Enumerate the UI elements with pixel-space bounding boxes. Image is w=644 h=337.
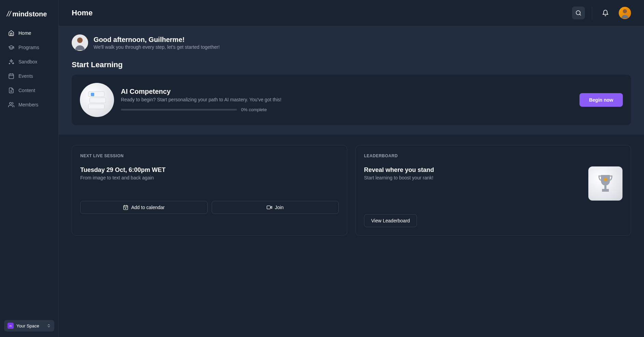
learning-icon [80,83,114,117]
trophy-icon [597,173,614,194]
home-icon [8,30,14,36]
begin-now-button[interactable]: Begin now [579,93,623,107]
sidebar-item-members[interactable]: Members [4,98,54,111]
chevron-updown-icon [47,324,51,328]
svg-point-11 [77,38,83,43]
learning-description: Ready to begin? Start personalizing your… [121,97,573,102]
sidebar-item-sandbox[interactable]: Sandbox [4,55,54,68]
card-subtitle: From image to text and back again [80,175,339,180]
learning-content: AI Competency Ready to begin? Start pers… [121,88,573,112]
leaderboard-card: LEADERBOARD Reveal where you stand Start… [355,145,631,236]
join-label: Join [275,205,284,210]
sidebar-item-home[interactable]: Home [4,27,54,40]
start-learning-title: Start Learning [72,60,631,69]
greeting-text: Good afternoon, Guilherme! We'll walk yo… [94,36,220,50]
page-title: Home [72,9,93,17]
header-divider [592,6,592,20]
bell-icon [602,10,609,16]
sidebar-item-label: Members [18,102,38,107]
space-selector[interactable]: m Your Space [4,320,54,332]
search-icon [575,10,582,16]
next-session-card: NEXT LIVE SESSION Tuesday 29 Oct, 6:00pm… [72,145,347,236]
svg-marker-18 [270,206,272,209]
sidebar: //mindstone Home Programs Sandbox [0,0,59,337]
sidebar-item-programs[interactable]: Programs [4,41,54,54]
card-actions: Add to calendar Join [80,201,339,214]
main-content: Home [59,0,644,337]
join-button[interactable]: Join [212,201,339,214]
card-text: Reveal where you stand Start learning to… [364,166,434,180]
trophy-image [588,166,622,201]
sidebar-item-content[interactable]: Content [4,84,54,97]
sidebar-item-label: Events [18,73,33,79]
view-leaderboard-button[interactable]: View Leaderboard [364,214,417,227]
users-icon [8,102,14,108]
greeting-subtitle: We'll walk you through every step, let's… [94,44,220,50]
document-icon [8,87,14,93]
space-label: Your Space [16,323,44,328]
progress-row: 0% complete [121,107,573,112]
learning-title: AI Competency [121,88,573,96]
graduation-cap-icon [8,44,14,50]
sidebar-item-label: Content [18,88,35,93]
search-button[interactable] [572,6,585,19]
greeting-title: Good afternoon, Guilherme! [94,36,220,44]
svg-point-9 [623,9,627,13]
add-calendar-button[interactable]: Add to calendar [80,201,208,214]
header-actions [572,6,631,20]
svg-point-6 [10,102,12,104]
user-avatar[interactable] [619,7,631,19]
welcome-section: Good afternoon, Guilherme! We'll walk yo… [59,26,644,135]
svg-rect-20 [604,186,606,189]
card-title: Reveal where you stand [364,166,434,174]
nav-menu: Home Programs Sandbox Events [0,27,58,111]
dashboard-section: NEXT LIVE SESSION Tuesday 29 Oct, 6:00pm… [59,135,644,246]
sparkle-icon [8,59,14,65]
space-icon: m [8,323,14,329]
app-logo[interactable]: //mindstone [0,5,58,27]
progress-bar [121,109,237,111]
greeting-avatar [72,34,88,51]
card-label: LEADERBOARD [364,153,622,158]
card-title: Tuesday 29 Oct, 6:00pm WET [80,166,339,174]
card-label: NEXT LIVE SESSION [80,153,339,158]
notification-button[interactable] [599,6,612,19]
calendar-plus-icon [123,205,128,210]
logo-icon: // [7,10,11,18]
card-subtitle: Start learning to boost your rank! [364,175,434,180]
header: Home [59,0,644,26]
sidebar-item-label: Sandbox [18,59,37,64]
svg-rect-19 [267,206,270,209]
sidebar-item-events[interactable]: Events [4,70,54,83]
sidebar-item-label: Home [18,30,31,36]
svg-rect-0 [9,74,14,79]
sidebar-item-label: Programs [18,45,39,50]
progress-text: 0% complete [241,107,267,112]
learning-card: AI Competency Ready to begin? Start pers… [72,75,631,125]
svg-rect-21 [602,189,609,192]
calendar-icon [8,73,14,79]
logo-text: mindstone [12,10,47,18]
greeting-row: Good afternoon, Guilherme! We'll walk yo… [72,34,631,51]
card-body: Reveal where you stand Start learning to… [364,166,622,201]
svg-line-8 [579,14,580,15]
video-icon [267,205,272,210]
add-calendar-label: Add to calendar [131,205,165,210]
